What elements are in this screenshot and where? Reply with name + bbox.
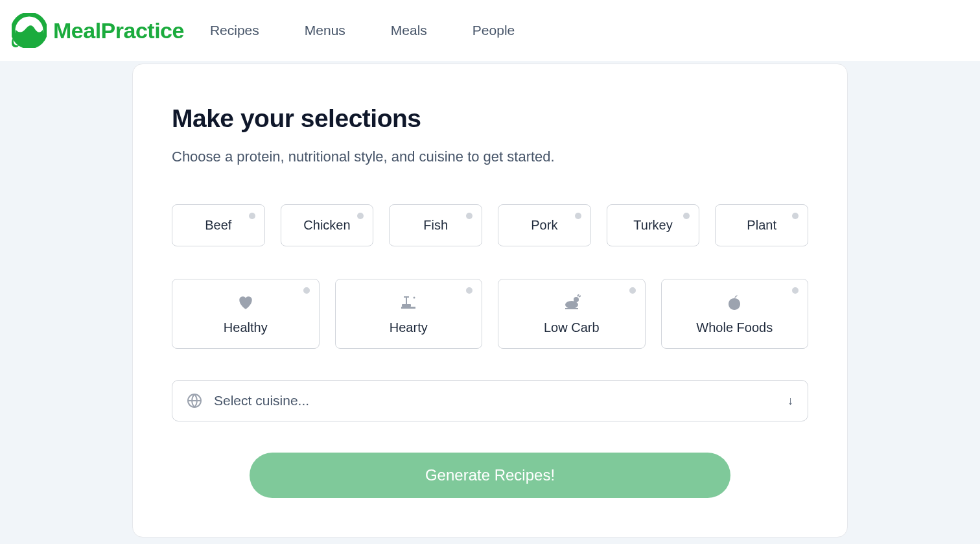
option-label: Hearty — [390, 320, 428, 335]
page-subtitle: Choose a protein, nutritional style, and… — [172, 148, 808, 165]
globe-icon — [187, 393, 202, 408]
generate-recipes-button[interactable]: Generate Recipes! — [250, 453, 730, 498]
protein-option-turkey[interactable]: Turkey — [607, 204, 700, 246]
protein-option-fish[interactable]: Fish — [389, 204, 482, 246]
brand-name: MealPractice — [53, 18, 184, 43]
radio-indicator — [466, 287, 472, 294]
option-label: Whole Foods — [696, 320, 773, 335]
main-nav: Recipes Menus Meals People — [210, 23, 515, 38]
protein-option-beef[interactable]: Beef — [172, 204, 265, 246]
option-label: Pork — [531, 218, 557, 233]
logo-icon — [12, 13, 47, 48]
generate-wrap: Generate Recipes! — [172, 453, 808, 498]
option-label: Chicken — [303, 218, 350, 233]
arrow-down-icon: ↓ — [788, 394, 793, 408]
option-label: Plant — [747, 218, 776, 233]
nav-menus[interactable]: Menus — [305, 23, 345, 38]
cuisine-select[interactable]: Select cuisine... ↓ — [172, 380, 808, 421]
style-option-whole-foods[interactable]: Whole Foods — [661, 279, 809, 349]
svg-point-5 — [414, 296, 415, 298]
svg-rect-8 — [565, 308, 578, 309]
svg-rect-2 — [402, 304, 411, 307]
style-option-healthy[interactable]: Healthy — [172, 279, 320, 349]
header: MealPractice Recipes Menus Meals People — [0, 0, 980, 61]
protein-grid: Beef Chicken Fish Pork Turkey Plant — [172, 204, 808, 246]
nav-meals[interactable]: Meals — [391, 23, 427, 38]
radio-indicator — [575, 213, 581, 219]
cuisine-placeholder: Select cuisine... — [214, 393, 788, 408]
poultry-icon — [563, 293, 581, 311]
radio-indicator — [629, 287, 636, 294]
selection-card: Make your selections Choose a protein, n… — [132, 64, 848, 538]
radio-indicator — [303, 287, 310, 294]
meal-icon — [400, 293, 417, 311]
radio-indicator — [357, 213, 364, 219]
nav-people[interactable]: People — [472, 23, 515, 38]
svg-rect-1 — [401, 307, 415, 309]
main: Make your selections Choose a protein, n… — [0, 61, 980, 538]
radio-indicator — [683, 213, 690, 219]
protein-option-plant[interactable]: Plant — [715, 204, 808, 246]
brand-logo[interactable]: MealPractice — [12, 13, 184, 48]
option-label: Turkey — [633, 218, 672, 233]
option-label: Beef — [205, 218, 231, 233]
style-option-low-carb[interactable]: Low Carb — [498, 279, 646, 349]
apple-icon — [727, 293, 741, 311]
protein-option-chicken[interactable]: Chicken — [281, 204, 374, 246]
svg-rect-4 — [404, 296, 409, 298]
radio-indicator — [466, 213, 472, 219]
heart-icon — [237, 293, 254, 311]
protein-option-pork[interactable]: Pork — [498, 204, 591, 246]
option-label: Healthy — [224, 320, 268, 335]
radio-indicator — [792, 287, 799, 294]
nav-recipes[interactable]: Recipes — [210, 23, 259, 38]
radio-indicator — [792, 213, 799, 219]
page-title: Make your selections — [172, 104, 808, 133]
radio-indicator — [249, 213, 255, 219]
option-label: Low Carb — [544, 320, 600, 335]
style-option-hearty[interactable]: Hearty — [335, 279, 483, 349]
style-grid: Healthy Hearty — [172, 279, 808, 349]
option-label: Fish — [423, 218, 448, 233]
svg-point-7 — [574, 297, 579, 302]
